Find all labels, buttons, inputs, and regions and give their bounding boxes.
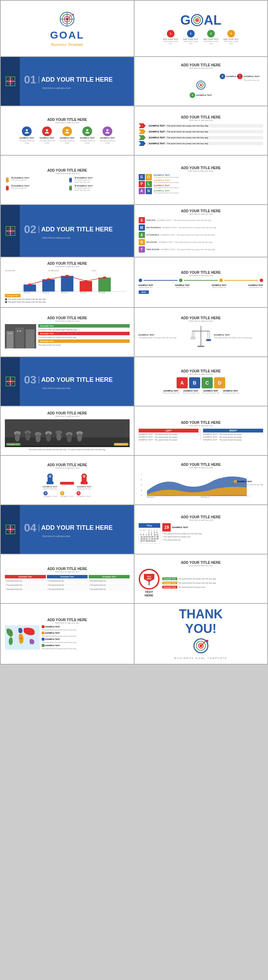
a-block: A	[139, 188, 145, 194]
circle-item-3: 3 EXAMPLE TEXT	[190, 92, 212, 98]
divider	[201, 429, 201, 441]
t-letter: T	[139, 246, 145, 253]
chevron-icon-3	[139, 135, 146, 140]
right-item-3: EXAMPLE TEXT - The quick brown fox jumps	[203, 439, 263, 441]
wave-legend: EXAMPLE TEXT The quick brown fox over th…	[234, 480, 263, 486]
left-right-container: LEFT EXAMPLE TEXT - The quick brown fox …	[139, 429, 263, 441]
puzzle-content: A B C D EXAMPLE TEXTThe quick brown fox …	[162, 377, 239, 394]
chess-left: EXAMPLE TEXTQuick brown fox	[43, 471, 57, 490]
slide5-title: ADD YOUR TITLE HERE	[47, 118, 87, 122]
thank-you-target-icon	[192, 637, 210, 654]
icon-body-4: The quick brown fox jumps	[78, 140, 96, 144]
map-legend-3: EXAMPLE TEXT	[42, 638, 130, 641]
right-header: RIGHT	[203, 429, 263, 433]
banner-num-04: 04	[24, 522, 37, 534]
slide-icon-grid: ADD YOUR TITLE HERE Click here to add yo…	[1, 106, 134, 155]
chevron-item-2: EXAMPLE TEXT - The quick brown fox jumps…	[139, 129, 263, 134]
svg-marker-30	[6, 182, 9, 183]
person-icon-3	[62, 126, 72, 136]
svg-text:2012: 2012	[24, 291, 30, 293]
smart-a: A ATTAINABLE EXAMPLE TEXT - The quick br…	[139, 232, 263, 238]
slide-chess-pieces: ADD YOUR TITLE HERE Click here to add yo…	[1, 456, 134, 504]
world-map-svg	[5, 625, 40, 650]
svg-point-98	[67, 434, 72, 442]
legend-body-1: The quick brown fox over the lazy dog	[234, 484, 263, 486]
plan-text-items: EXAMPLE TEXTThe quick brown fox jumps EX…	[154, 174, 263, 194]
legend-dot-3	[42, 638, 45, 641]
svg-rect-78	[198, 346, 204, 347]
svg-text:2016: 2016	[98, 291, 105, 293]
legend-color-orange	[234, 480, 237, 483]
sign-tag-green: Example Text	[162, 578, 177, 580]
person-icon-5	[102, 126, 112, 136]
svg-point-19	[200, 84, 202, 86]
o-block: O	[146, 174, 152, 180]
puzzle-b: B	[189, 377, 200, 388]
legend-text-1: EXAMPLE TEXT	[45, 626, 60, 628]
pencil-label-3: ③ EXAMPLE TEXT	[74, 185, 93, 187]
numbered-items-row: 1 ADD YOUR TEXTClick here to add text 2 …	[162, 30, 240, 45]
svg-point-96	[46, 433, 51, 442]
photo-placeholder	[5, 324, 36, 348]
sign-item-2: Example Text The quick brown fox jumps o…	[162, 582, 263, 584]
svg-rect-100	[5, 445, 130, 447]
sign-icon-area: TEXT HERE TEXTHERE	[139, 569, 160, 597]
thank-you-line2: YOU!	[185, 622, 217, 635]
slide10-title: ADD YOUR TITLE HERE	[181, 209, 221, 213]
photo-tag-2: Example Text	[114, 443, 128, 446]
slide20-sub: Click here to add your text	[189, 466, 213, 469]
cal-example-text: EXAMPLE TEXT	[172, 526, 188, 528]
balance-left-text: EXAMPLE TEXT The quick brown fox jumps o…	[139, 334, 188, 339]
sign-post-svg: TEXT HERE	[142, 572, 156, 586]
business-template-label: Business Template	[51, 42, 83, 46]
icon-label-4: EXAMPLE TEXT	[80, 137, 94, 139]
smart-m: M MEASURABLE EXAMPLE TEXT - The quick br…	[139, 224, 263, 231]
svg-point-94	[26, 432, 30, 441]
cal-grid-container: SMTWTFS 1234 567891011 12131415161718 19…	[139, 528, 161, 544]
svg-point-99	[77, 433, 82, 442]
legend-text-3: EXAMPLE TEXT	[45, 638, 60, 640]
svg-text:7: 7	[140, 473, 142, 475]
pencil-body-3: The quick brown foxjumps over lazy dog	[74, 187, 93, 191]
left-column: LEFT EXAMPLE TEXT - The quick brown fox …	[139, 429, 199, 441]
timeline-chart-area: ¥3,000,000 ¥2,800,000 2014 2012 2013	[5, 270, 130, 303]
slide-banner-04: 04 ADD YOUR TITLE HERE Click here to add…	[1, 505, 134, 554]
chess-piece-red	[79, 471, 89, 485]
slide18-sub: Click here to add your text	[189, 425, 213, 426]
svg-point-127	[10, 632, 12, 633]
col3-item-1: • The quick brown fox	[89, 579, 130, 582]
cal-month: May	[139, 523, 161, 528]
pencil-item-3: ③ EXAMPLE TEXT The quick brown foxjumps …	[68, 185, 129, 191]
col1-header: Example Text	[5, 575, 46, 578]
sign-text-items: Example Text The quick brown fox jumps o…	[162, 578, 263, 589]
photo-tag-1: Example Text	[6, 443, 21, 446]
dot-2	[179, 278, 182, 282]
svg-point-128	[20, 630, 22, 631]
chevron-text-1: EXAMPLE TEXT - The quick brown fox jumps…	[147, 124, 263, 127]
slide20-title: ADD YOUR TITLE HERE	[181, 463, 221, 466]
slide-calendar: ADD YOUR TITLE HERE Click here to add yo…	[134, 505, 268, 554]
svg-point-77	[206, 339, 211, 341]
chevron-icon-2	[139, 129, 146, 134]
s-word: SPECIFIC	[146, 219, 156, 221]
slide-title-circles: ADD YOUR TITLE HERE Click here to add yo…	[134, 57, 268, 106]
svg-marker-25	[139, 123, 146, 128]
svg-rect-66	[8, 333, 10, 334]
cal-bullet-1: • The quick brown fox jumps over the laz…	[162, 533, 263, 535]
slide-meeting-photo: ADD YOUR TITLE HERE Click here to add yo…	[1, 406, 134, 455]
goal-o-icon	[190, 14, 204, 27]
svg-point-97	[56, 432, 61, 441]
slide-photo-text: ADD YOUR TITLE HERE Click here to add yo…	[1, 308, 134, 356]
person-icon-4	[82, 126, 92, 136]
sign-main-text: TEXTHERE	[145, 590, 153, 597]
slide17-sub: Click here to add your text	[55, 415, 79, 417]
col1-item-1: • The quick brown fox	[5, 579, 46, 582]
legend-body-4: The quick brown fox jumps over the lazy …	[42, 648, 130, 650]
table-col-2: Example Text • The quick brown fox • The…	[47, 575, 88, 591]
icon-label-3: EXAMPLE TEXT	[60, 137, 74, 139]
legend-text-4: EXAMPLE TEXT	[45, 644, 60, 646]
icon-item-5: EXAMPLE TEXT The quick brown fox jumps	[99, 126, 116, 144]
slide24-title: ADD YOUR TITLE HERE	[181, 561, 221, 565]
slide24-sub: Click here to add your text	[189, 565, 213, 566]
puzzle-d: D	[214, 377, 225, 388]
